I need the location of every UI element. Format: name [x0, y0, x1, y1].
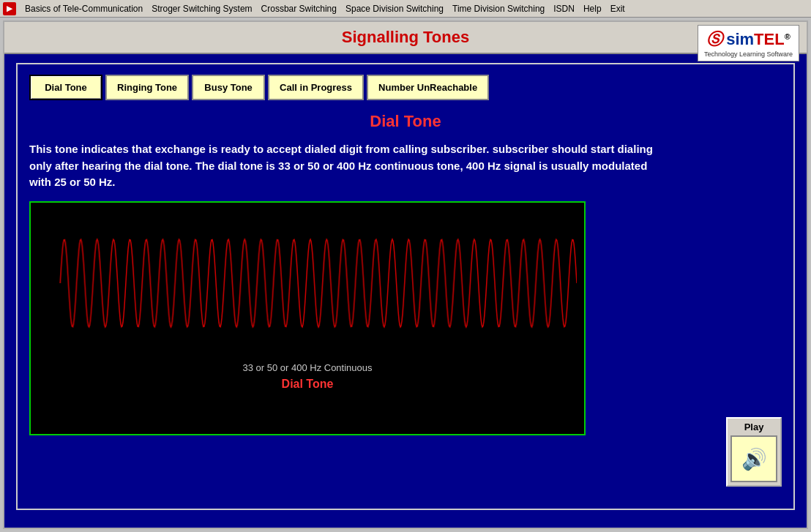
waveform-frequency-label: 33 or 50 or 400 Hz Continuous [38, 362, 577, 373]
play-button[interactable]: 🔊 [730, 435, 777, 482]
menu-time-division[interactable]: Time Division Switching [448, 2, 549, 15]
speaker-icon: 🔊 [741, 447, 767, 471]
menu-help[interactable]: Help [579, 2, 606, 15]
logo: Ⓢ simTEL® [706, 29, 791, 50]
menu-space-division[interactable]: Space Division Switching [341, 2, 448, 15]
tabs-container: Dial Tone Ringing Tone Busy Tone Call in… [29, 75, 782, 100]
play-button-area: Play 🔊 [726, 417, 782, 487]
tab-call-in-progress[interactable]: Call in Progress [268, 75, 364, 100]
tab-ringing-tone[interactable]: Ringing Tone [105, 75, 189, 100]
logo-area: Ⓢ simTEL® Technology Learning Software [698, 25, 799, 61]
waveform-display: 33 or 50 or 400 Hz Continuous Dial Tone [29, 201, 586, 435]
menu-isdn[interactable]: ISDN [549, 2, 579, 15]
waveform-canvas [38, 210, 577, 356]
menu-crossbar[interactable]: Crossbar Switching [257, 2, 341, 15]
header: Signalling Tones Ⓢ simTEL® Technology Le… [4, 22, 807, 54]
menu-stroger[interactable]: Stroger Switching System [147, 2, 256, 15]
tab-number-unreachable[interactable]: Number UnReachable [367, 75, 489, 100]
waveform-tone-label: Dial Tone [38, 378, 577, 391]
tab-busy-tone[interactable]: Busy Tone [192, 75, 265, 100]
menubar: ▶ Basics of Tele-Communication Stroger S… [0, 0, 811, 18]
app-icon: ▶ [3, 2, 16, 15]
page-title: Signalling Tones [7, 28, 804, 47]
menu-basics[interactable]: Basics of Tele-Communication [20, 2, 147, 15]
description-text: This tone indicates that exchange is rea… [29, 141, 659, 191]
main-window: Signalling Tones Ⓢ simTEL® Technology Le… [3, 20, 808, 529]
menu-exit[interactable]: Exit [606, 2, 629, 15]
tab-dial-tone[interactable]: Dial Tone [29, 75, 102, 100]
content-panel: Dial Tone Ringing Tone Busy Tone Call in… [16, 63, 795, 510]
section-title: Dial Tone [29, 112, 782, 131]
play-label: Play [744, 422, 764, 432]
logo-subtitle: Technology Learning Software [704, 50, 793, 58]
